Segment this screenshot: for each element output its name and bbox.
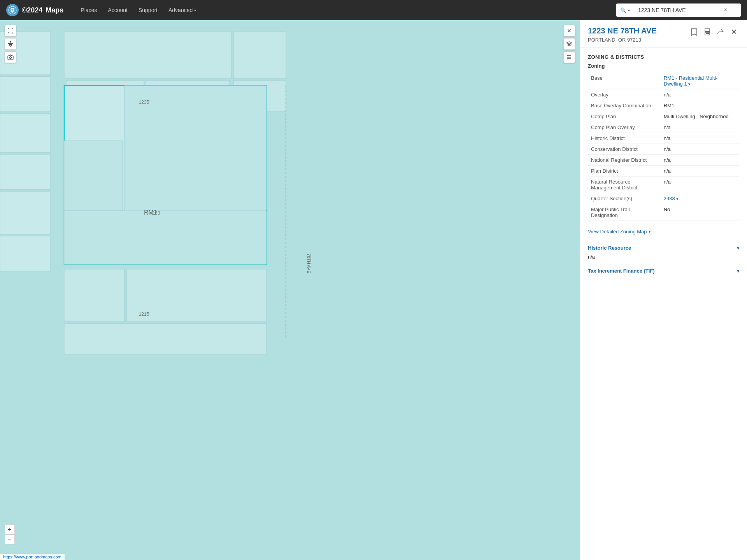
panel-close-button[interactable]: ✕	[728, 26, 739, 37]
nav-support[interactable]: Support	[134, 5, 162, 16]
field-value: n/a	[661, 89, 739, 100]
svg-rect-20	[64, 324, 267, 355]
zoning-section-title: ZONING & DISTRICTS	[588, 54, 739, 60]
svg-rect-19	[64, 269, 124, 322]
search-clear-button[interactable]: ×	[720, 7, 731, 14]
bookmark-button[interactable]	[689, 26, 700, 37]
field-value: n/a	[661, 122, 739, 133]
svg-text:78TH AVE: 78TH AVE	[307, 254, 311, 273]
brand-year: ©2024	[22, 6, 42, 14]
svg-rect-17	[64, 211, 267, 264]
table-row: Comp Plan Overlay n/a	[588, 122, 739, 133]
table-row: Natural Resource Management District n/a	[588, 177, 739, 193]
field-label: Comp Plan Overlay	[588, 122, 661, 133]
field-label: Plan District	[588, 166, 661, 177]
share-button[interactable]	[715, 26, 726, 37]
field-value: 2938 ▾	[661, 193, 739, 204]
zoning-table: Base RM1 - Residential Multi-Dwelling 1 …	[588, 73, 739, 221]
chevron-down-icon: ▾	[628, 8, 630, 12]
nav-account[interactable]: Account	[103, 5, 132, 16]
svg-point-1	[12, 9, 14, 11]
field-value: n/a	[661, 144, 739, 155]
search-input[interactable]	[634, 7, 720, 13]
quarter-section-link[interactable]: 2938 ▾	[664, 196, 679, 201]
zoning-subsection-title: Zoning	[588, 63, 739, 69]
svg-text:1215: 1215	[139, 312, 149, 317]
field-value: Multi-Dwelling - Neighborhod	[661, 111, 739, 122]
panel-content: ZONING & DISTRICTS Zoning Base RM1 - Res…	[580, 48, 747, 284]
fullscreen-button[interactable]	[5, 25, 16, 37]
table-row: Base RM1 - Residential Multi-Dwelling 1 …	[588, 73, 739, 89]
historic-resource-section: Historic Resource ▾ n/a	[588, 241, 739, 264]
chevron-down-icon: ▾	[737, 245, 739, 251]
table-row: Conservation District n/a	[588, 144, 739, 155]
historic-resource-content: n/a	[588, 251, 739, 260]
field-label: Conservation District	[588, 144, 661, 155]
table-row: Historic District n/a	[588, 133, 739, 144]
field-label: Major Public Trail Designation	[588, 204, 661, 221]
historic-resource-header[interactable]: Historic Resource ▾	[588, 245, 739, 251]
field-value: RM1 - Residential Multi-Dwelling 1 ▾	[661, 73, 739, 89]
right-panel: 1223 NE 78TH AVE PORTLAND, OR 97213	[580, 20, 747, 560]
svg-text:1235: 1235	[139, 100, 149, 105]
svg-rect-8	[233, 32, 286, 79]
chevron-down-icon: ▾	[194, 8, 196, 12]
svg-rect-38	[705, 29, 710, 32]
map-controls-left	[5, 25, 16, 63]
svg-text:223: 223	[152, 210, 160, 216]
svg-rect-33	[8, 56, 13, 60]
field-value: n/a	[661, 177, 739, 193]
main-content: RM1 223 1235 1215 78TH AVE	[0, 20, 747, 560]
field-label: Natural Resource Management District	[588, 177, 661, 193]
nav-advanced[interactable]: Advanced ▾	[164, 5, 201, 16]
zoom-out-button[interactable]: −	[5, 534, 15, 544]
table-row: Overlay n/a	[588, 89, 739, 100]
table-row: National Register District n/a	[588, 155, 739, 166]
svg-rect-5	[64, 32, 231, 79]
brand-logo[interactable]: ©2024 Maps	[6, 4, 63, 16]
svg-rect-40	[706, 33, 709, 34]
close-map-button[interactable]: ✕	[563, 25, 575, 37]
field-value: n/a	[661, 155, 739, 166]
historic-resource-value: n/a	[588, 254, 595, 260]
svg-point-34	[10, 57, 12, 59]
svg-rect-15	[64, 141, 123, 211]
nav-items: Places Account Support Advanced ▾	[76, 5, 616, 16]
logo-icon	[6, 4, 19, 16]
field-value: No	[661, 204, 739, 221]
base-zone-link[interactable]: RM1 - Residential Multi-Dwelling 1 ▾	[664, 75, 718, 87]
camera-button[interactable]	[5, 51, 16, 63]
map-canvas: RM1 223 1235 1215 78TH AVE	[0, 20, 580, 560]
view-zoning-map-link[interactable]: View Detailed Zoning Map ▾	[588, 229, 651, 234]
field-value: RM1	[661, 100, 739, 111]
map-area[interactable]: RM1 223 1235 1215 78TH AVE	[0, 20, 580, 560]
tif-header[interactable]: Tax Increment Finance (TIF) ▾	[588, 268, 739, 274]
field-label: Base	[588, 73, 661, 89]
nav-places[interactable]: Places	[76, 5, 102, 16]
chevron-right-icon: ▾	[676, 196, 679, 201]
field-label: Comp Plan	[588, 111, 661, 122]
panel-header-top: 1223 NE 78TH AVE PORTLAND, OR 97213	[588, 26, 739, 43]
svg-rect-4	[0, 77, 51, 112]
zoom-in-button[interactable]: +	[5, 524, 15, 534]
location-button[interactable]	[5, 38, 16, 50]
table-row: Quarter Section(s) 2938 ▾	[588, 193, 739, 204]
panel-header: 1223 NE 78TH AVE PORTLAND, OR 97213	[580, 20, 747, 48]
list-button[interactable]	[563, 51, 575, 63]
search-type-dropdown[interactable]: 🔍 ▾	[616, 4, 634, 17]
field-label: Quarter Section(s)	[588, 193, 661, 204]
brand-name: Maps	[46, 6, 63, 14]
table-row: Comp Plan Multi-Dwelling - Neighborhod	[588, 111, 739, 122]
svg-rect-13	[0, 236, 51, 271]
panel-address: 1223 NE 78TH AVE	[588, 26, 657, 35]
field-label: National Register District	[588, 155, 661, 166]
tif-label: Tax Increment Finance (TIF)	[588, 268, 655, 274]
navbar: ©2024 Maps Places Account Support Advanc…	[0, 0, 747, 20]
layers-button[interactable]	[563, 38, 575, 50]
field-label: Overlay	[588, 89, 661, 100]
status-bar[interactable]: https://www.portlandmaps.com	[0, 554, 65, 560]
search-icon: 🔍	[620, 7, 626, 13]
map-controls-right: ✕	[563, 25, 575, 63]
svg-rect-10	[0, 114, 51, 152]
print-button[interactable]	[702, 26, 713, 37]
